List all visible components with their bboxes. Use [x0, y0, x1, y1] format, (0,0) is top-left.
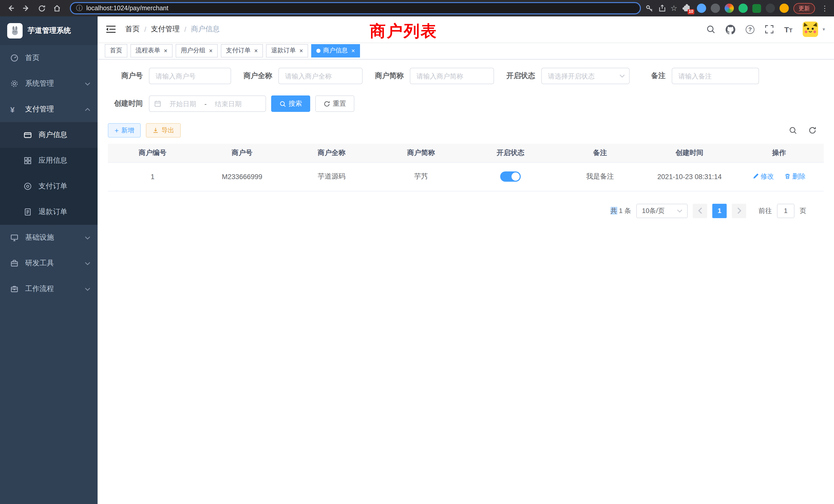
- breadcrumb-payment[interactable]: 支付管理: [151, 25, 180, 34]
- address-bar[interactable]: ⓘ localhost:1024/pay/merchant: [70, 2, 641, 14]
- sidebar-item-app-info[interactable]: 应用信息: [0, 148, 97, 174]
- fullscreen-icon[interactable]: [765, 25, 774, 34]
- url-text: localhost:1024/pay/merchant: [86, 5, 169, 12]
- status-toggle[interactable]: [500, 171, 521, 182]
- filter-label: 创建时间: [108, 99, 143, 108]
- full-name-input[interactable]: [278, 68, 363, 84]
- app-logo-row[interactable]: 芋道管理系统: [0, 17, 97, 45]
- chevron-down-icon: [85, 236, 90, 239]
- col-merchant-id: 商户编号: [108, 144, 197, 162]
- search-icon[interactable]: [706, 25, 716, 34]
- status-select[interactable]: [541, 68, 630, 84]
- sidebar-item-label: 支付管理: [25, 105, 54, 114]
- password-key-icon[interactable]: [645, 4, 654, 13]
- delete-button[interactable]: 删除: [784, 172, 806, 181]
- font-size-icon[interactable]: TT: [784, 25, 792, 33]
- help-icon[interactable]: ?: [746, 25, 754, 33]
- user-menu[interactable]: ▼: [803, 22, 826, 37]
- browser-menu-icon[interactable]: ⋮: [820, 4, 830, 12]
- github-icon[interactable]: [726, 24, 736, 34]
- chevron-down-icon: [85, 82, 90, 86]
- tab-refund-order[interactable]: 退款订单 ×: [266, 44, 308, 57]
- site-info-icon[interactable]: ⓘ: [76, 4, 83, 13]
- sidebar-item-system[interactable]: 系统管理: [0, 71, 97, 96]
- forward-icon[interactable]: [20, 2, 33, 15]
- share-icon[interactable]: [658, 4, 666, 12]
- extension-icon-orange[interactable]: [780, 4, 789, 13]
- search-button-label: 搜索: [289, 99, 302, 108]
- sidebar-item-refund-order[interactable]: 退款订单: [0, 199, 97, 225]
- breadcrumb-home[interactable]: 首页: [125, 25, 140, 34]
- collapse-sidebar-icon[interactable]: [106, 25, 116, 33]
- reset-button[interactable]: 重置: [315, 95, 354, 112]
- delete-button-label: 删除: [792, 172, 806, 181]
- tab-merchant-info[interactable]: 商户信息 ×: [311, 44, 360, 57]
- extensions-icon[interactable]: 10: [682, 3, 692, 13]
- extension-icon-colorful[interactable]: [725, 4, 734, 13]
- sidebar-item-dev-tools[interactable]: 研发工具: [0, 250, 97, 276]
- extension-icon-green[interactable]: [739, 4, 748, 13]
- edit-button[interactable]: 修改: [752, 172, 774, 181]
- sidebar-item-merchant-info[interactable]: 商户信息: [0, 122, 97, 148]
- cell-merchant-id: 1: [108, 162, 197, 191]
- end-date-input[interactable]: [210, 100, 247, 108]
- tab-user-group[interactable]: 用户分组 ×: [176, 44, 218, 57]
- page-number-button[interactable]: 1: [712, 204, 727, 218]
- sidebar-item-infrastructure[interactable]: 基础设施: [0, 225, 97, 250]
- short-name-input[interactable]: [410, 68, 494, 84]
- bookmark-star-icon[interactable]: ☆: [671, 4, 677, 13]
- sidebar-item-home[interactable]: 首页: [0, 45, 97, 71]
- next-page-button[interactable]: [732, 204, 746, 218]
- close-icon[interactable]: ×: [163, 47, 168, 54]
- sidebar-item-payment[interactable]: ¥ 支付管理: [0, 96, 97, 122]
- close-icon[interactable]: ×: [299, 47, 303, 54]
- chevron-down-icon: [677, 209, 682, 212]
- chrome-update-button[interactable]: 更新: [793, 3, 815, 14]
- tab-process-form[interactable]: 流程表单 ×: [130, 44, 173, 57]
- annotation-text: 商户列表: [370, 21, 438, 42]
- close-icon[interactable]: ×: [350, 47, 355, 54]
- browser-toolbar: ⓘ localhost:1024/pay/merchant ☆ 10 更新 ⋮: [0, 0, 834, 17]
- col-actions: 操作: [734, 144, 824, 162]
- extension-icon-gray[interactable]: [711, 4, 720, 13]
- sidebar-item-pay-order[interactable]: 支付订单: [0, 174, 97, 199]
- merchant-no-input[interactable]: [149, 68, 231, 84]
- date-range-picker[interactable]: -: [149, 95, 266, 112]
- export-button[interactable]: 导出: [146, 123, 181, 138]
- search-button[interactable]: 搜索: [271, 95, 310, 112]
- grid-icon: [24, 157, 32, 165]
- tab-label: 支付订单: [226, 46, 250, 55]
- navbar-actions: ? TT ▼: [706, 22, 826, 37]
- close-icon[interactable]: ×: [208, 47, 213, 54]
- yen-icon: ¥: [10, 105, 19, 114]
- toggle-search-icon[interactable]: [789, 126, 797, 135]
- total-prefix: 共: [610, 207, 617, 214]
- back-icon[interactable]: [4, 2, 18, 15]
- extension-icon-green-square[interactable]: [752, 4, 761, 13]
- prev-page-button[interactable]: [693, 204, 707, 218]
- remark-input[interactable]: [672, 68, 759, 84]
- sidebar-item-label: 应用信息: [39, 156, 67, 165]
- plus-icon: +: [114, 127, 118, 134]
- home-icon[interactable]: [50, 2, 64, 15]
- tab-pay-order[interactable]: 支付订单 ×: [221, 44, 263, 57]
- start-date-input[interactable]: [164, 100, 201, 108]
- close-icon[interactable]: ×: [253, 47, 258, 54]
- extension-icon-blue[interactable]: [697, 4, 706, 13]
- filter-label: 商户全称: [243, 71, 272, 81]
- sidebar-item-label: 支付订单: [39, 182, 67, 191]
- goto-page-input[interactable]: [777, 204, 794, 218]
- col-merchant-no: 商户号: [197, 144, 287, 162]
- total-text: 共 1 条: [610, 206, 631, 215]
- tab-label: 退款订单: [271, 46, 296, 55]
- sidebar-item-workflow[interactable]: 工作流程: [0, 276, 97, 302]
- monitor-icon: [10, 233, 19, 242]
- cell-status: [466, 162, 555, 191]
- refresh-icon[interactable]: [808, 126, 816, 135]
- tab-home[interactable]: 首页: [105, 44, 127, 57]
- page-size-select[interactable]: 10条/页: [636, 204, 688, 218]
- extension-icon-dark[interactable]: [766, 4, 775, 13]
- add-button[interactable]: + 新增: [108, 123, 141, 138]
- reload-icon[interactable]: [35, 2, 48, 15]
- status-select-input[interactable]: [541, 68, 630, 84]
